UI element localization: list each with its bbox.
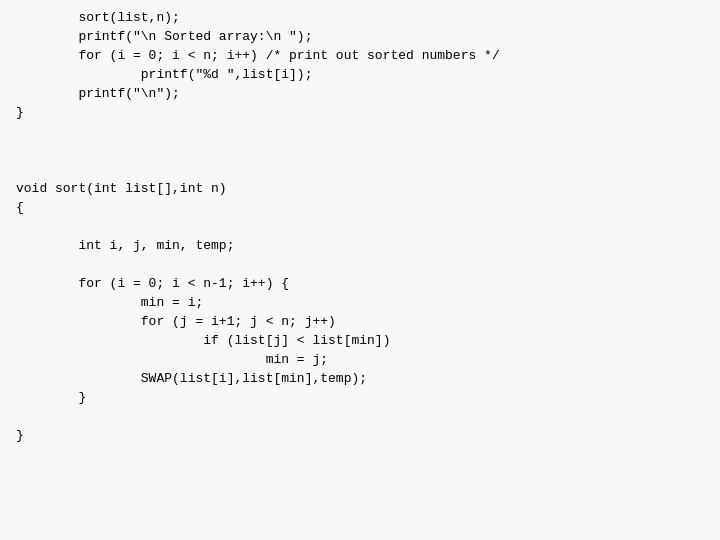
code-container: sort(list,n); printf("\n Sorted array:\n… xyxy=(0,0,720,540)
code-line: } xyxy=(0,103,720,122)
code-line: if (list[j] < list[min]) xyxy=(0,331,720,350)
code-line xyxy=(0,217,720,236)
code-line: min = j; xyxy=(0,350,720,369)
code-line: min = i; xyxy=(0,293,720,312)
code-line: for (i = 0; i < n-1; i++) { xyxy=(0,274,720,293)
code-line: } xyxy=(0,388,720,407)
code-line: sort(list,n); xyxy=(0,8,720,27)
code-line: printf("%d ",list[i]); xyxy=(0,65,720,84)
code-line xyxy=(0,122,720,141)
code-line: printf("\n Sorted array:\n "); xyxy=(0,27,720,46)
code-line: int i, j, min, temp; xyxy=(0,236,720,255)
code-line: printf("\n"); xyxy=(0,84,720,103)
code-line xyxy=(0,160,720,179)
code-line xyxy=(0,407,720,426)
code-line: for (i = 0; i < n; i++) /* print out sor… xyxy=(0,46,720,65)
code-line xyxy=(0,255,720,274)
code-line: SWAP(list[i],list[min],temp); xyxy=(0,369,720,388)
code-line: void sort(int list[],int n) xyxy=(0,179,720,198)
code-line: { xyxy=(0,198,720,217)
code-line: for (j = i+1; j < n; j++) xyxy=(0,312,720,331)
code-line: } xyxy=(0,426,720,445)
code-line xyxy=(0,141,720,160)
